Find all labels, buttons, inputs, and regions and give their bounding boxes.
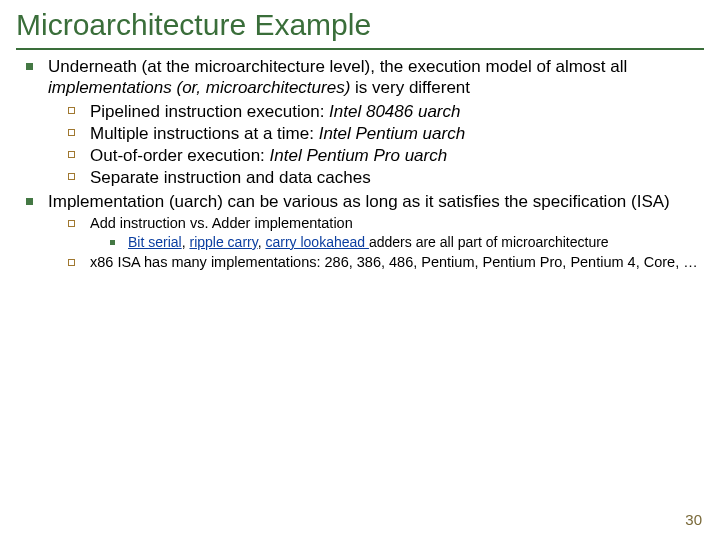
- bullet-1b-ital: Intel Pentium uarch: [319, 124, 465, 143]
- bullet-1-text-pre: Underneath (at the microarchitecture lev…: [48, 57, 627, 76]
- bullet-2a: Add instruction vs. Adder implementation…: [86, 214, 700, 252]
- link-bit-serial[interactable]: Bit serial: [128, 234, 182, 250]
- bullet-1a: Pipelined instruction execution: Intel 8…: [86, 101, 700, 122]
- bullet-1b-pre: Multiple instructions at a time:: [90, 124, 319, 143]
- bullet-1a-ital: Intel 80486 uarch: [329, 102, 460, 121]
- bullet-1c-ital: Intel Pentium Pro uarch: [270, 146, 448, 165]
- bullet-2a1-post: adders are all part of microarchitecture: [369, 234, 609, 250]
- link-ripple-carry[interactable]: ripple carry: [189, 234, 257, 250]
- bullet-1: Underneath (at the microarchitecture lev…: [42, 56, 700, 189]
- page-number: 30: [685, 511, 702, 528]
- bullet-1b: Multiple instructions at a time: Intel P…: [86, 123, 700, 144]
- bullet-2a1: Bit serial, ripple carry, carry lookahea…: [124, 234, 700, 252]
- bullet-1c-pre: Out-of-order execution:: [90, 146, 270, 165]
- slide-body: Underneath (at the microarchitecture lev…: [0, 56, 720, 272]
- bullet-1-text-post: is very different: [350, 78, 470, 97]
- bullet-1d: Separate instruction and data caches: [86, 167, 700, 188]
- bullet-2-text: Implementation (uarch) can be various as…: [48, 192, 670, 211]
- bullet-1-text-ital: implementations (or, microarchitectures): [48, 78, 350, 97]
- title-divider: [16, 48, 704, 50]
- bullet-2b: x86 ISA has many implementations: 286, 3…: [86, 253, 700, 271]
- bullet-2: Implementation (uarch) can be various as…: [42, 191, 700, 272]
- bullet-1c: Out-of-order execution: Intel Pentium Pr…: [86, 145, 700, 166]
- link-carry-lookahead[interactable]: carry lookahead: [265, 234, 369, 250]
- bullet-1a-pre: Pipelined instruction execution:: [90, 102, 329, 121]
- slide-title: Microarchitecture Example: [0, 0, 720, 46]
- bullet-2a-text: Add instruction vs. Adder implementation: [90, 215, 353, 231]
